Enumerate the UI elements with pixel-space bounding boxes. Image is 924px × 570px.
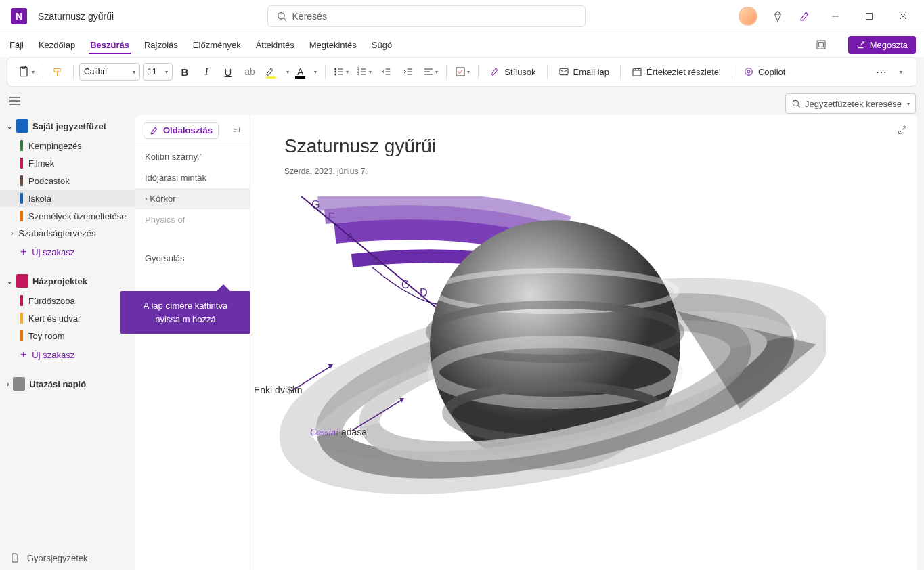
menu-draw[interactable]: Rajzolás (143, 36, 179, 54)
todo-tag-button[interactable]: ▾ (452, 62, 472, 81)
chevron-right-icon: › (7, 380, 9, 388)
pages-panel: Oldalosztás Kolibri szárny." Időjárási m… (135, 115, 250, 570)
page-item[interactable] (135, 230, 250, 248)
section-item[interactable]: Kert és udvar (0, 309, 135, 327)
menu-bar: Fájl Kezdőlap Beszúrás Rajzolás Előzmény… (0, 32, 924, 57)
notebook-header-2[interactable]: ⌄ Házprojektek (0, 270, 135, 292)
svg-line-1 (284, 18, 286, 20)
share-label: Megoszta (870, 40, 908, 50)
fullpage-view-icon[interactable] (812, 35, 831, 54)
chevron-down-icon: ⌄ (7, 123, 12, 130)
new-section-button[interactable]: +Új szakasz (0, 242, 135, 262)
new-section-button[interactable]: +Új szakasz (0, 345, 135, 365)
window-controls (739, 5, 924, 27)
note-canvas[interactable]: Szaturnusz gyűrűi Szerda. 2023. június 7… (250, 115, 917, 570)
chevron-right-icon: › (11, 229, 13, 237)
section-item[interactable]: Személyek üzemeltetése (0, 207, 135, 225)
page-title[interactable]: Szaturnusz gyűrűi (284, 135, 883, 157)
decrease-indent-button[interactable] (377, 62, 396, 81)
meeting-details-button[interactable]: Értekezlet részletei (626, 62, 726, 81)
search-notebooks[interactable]: Jegyzetfüzetek keresése ▾ (785, 93, 916, 114)
share-icon (856, 40, 866, 49)
window-title: Szaturnusz gyűrűi (38, 11, 114, 22)
premium-icon[interactable] (766, 5, 790, 27)
svg-point-12 (335, 71, 336, 72)
bullets-button[interactable]: ▾ (331, 62, 351, 81)
font-size-select[interactable]: 11▾ (143, 63, 173, 81)
svg-rect-3 (866, 13, 873, 19)
maximize-button[interactable] (854, 5, 885, 27)
svg-point-14 (335, 74, 336, 75)
bold-button[interactable]: B (175, 62, 194, 81)
minimize-button[interactable] (820, 5, 851, 27)
font-family-select[interactable]: Calibri▾ (79, 63, 140, 81)
section-item-selected[interactable]: Iskola (0, 190, 135, 207)
section-item[interactable]: Fürdőszoba (0, 292, 135, 309)
svg-rect-31 (456, 68, 464, 76)
section-item[interactable]: Podcastok (0, 172, 135, 190)
section-item[interactable]: Kempingezés (0, 137, 135, 154)
quick-notes-button[interactable]: Gyorsjegyzetek (9, 552, 88, 563)
notebook-header-1[interactable]: ⌄ Saját jegyzetfüzet (0, 115, 135, 137)
menu-view[interactable]: Megtekintés (308, 36, 358, 54)
page-item-selected[interactable]: ›Körkör (135, 188, 250, 209)
menu-home[interactable]: Kezdőlap (37, 36, 76, 54)
menu-help[interactable]: Súgó (370, 36, 393, 54)
search-icon (791, 99, 801, 108)
page-item[interactable]: Kolibri szárny." (135, 146, 250, 167)
main-area: Jegyzetfüzetek keresése ▾ ⌄ Saját jegyze… (0, 91, 924, 570)
share-button[interactable]: Megoszta (848, 36, 916, 54)
menu-insert[interactable]: Beszúrás (89, 36, 131, 54)
paste-button[interactable]: ▾ (14, 62, 37, 81)
svg-point-0 (278, 12, 284, 18)
page-date: Szerda. 2023. június 7. (284, 167, 883, 176)
title-bar: N Szaturnusz gyűrűi Keresés (0, 0, 924, 32)
onenote-app-icon: N (11, 8, 27, 24)
ribbon-toolbar: ▾ Calibri▾ 11▾ B I U ab ▾ A▾ ▾ 123▾ ▾ ▾ … (7, 57, 917, 87)
ribbon-toggle-button[interactable]: ▾ (891, 62, 910, 81)
expand-icon[interactable] (897, 125, 908, 138)
sort-icon[interactable] (232, 125, 242, 136)
svg-text:3: 3 (357, 72, 359, 76)
svg-rect-7 (818, 43, 823, 47)
tips-icon[interactable] (793, 5, 817, 27)
align-button[interactable]: ▾ (420, 62, 441, 81)
strikethrough-button[interactable]: ab (240, 62, 259, 81)
user-avatar[interactable] (739, 7, 757, 26)
section-group-item[interactable]: ›Szabadságtervezés (0, 225, 135, 242)
page-item[interactable]: Physics of (135, 209, 250, 230)
plus-icon: + (20, 246, 26, 258)
page-item[interactable]: Időjárási minták (135, 167, 250, 188)
underline-button[interactable]: U (219, 62, 238, 81)
more-options-button[interactable]: ⋯ (872, 62, 891, 81)
menu-file[interactable]: Fájl (8, 36, 25, 54)
svg-point-42 (793, 100, 798, 106)
menu-history[interactable]: Előzmények (192, 36, 242, 54)
svg-text:G: G (311, 199, 320, 211)
page-icon (9, 552, 20, 563)
chevron-right-icon: › (145, 195, 147, 202)
svg-rect-6 (817, 41, 825, 49)
svg-text:C: C (401, 279, 410, 290)
hamburger-icon[interactable] (9, 96, 20, 108)
add-page-button[interactable]: Oldalosztás (144, 122, 219, 139)
styles-button[interactable]: Stílusok (484, 62, 541, 81)
highlight-button[interactable]: ▾ (262, 62, 292, 81)
copilot-button[interactable]: Copilot (738, 62, 791, 81)
svg-text:A: A (347, 232, 354, 243)
edit-icon (150, 126, 159, 135)
notebook-header-3[interactable]: › Utazási napló (0, 373, 135, 395)
search-box[interactable]: Keresés (267, 5, 586, 27)
format-painter-button[interactable] (49, 62, 68, 81)
close-button[interactable] (887, 5, 919, 27)
email-page-button[interactable]: Email lap (553, 62, 615, 81)
svg-rect-33 (633, 68, 641, 76)
page-item[interactable]: Gyorsulás (135, 248, 250, 269)
section-item[interactable]: Toy room (0, 327, 135, 345)
numbering-button[interactable]: 123▾ (354, 62, 374, 81)
increase-indent-button[interactable] (399, 62, 418, 81)
font-color-button[interactable]: A▾ (294, 62, 320, 81)
section-item[interactable]: Filmek (0, 154, 135, 172)
menu-review[interactable]: Áttekintés (255, 36, 296, 54)
italic-button[interactable]: I (197, 62, 216, 81)
